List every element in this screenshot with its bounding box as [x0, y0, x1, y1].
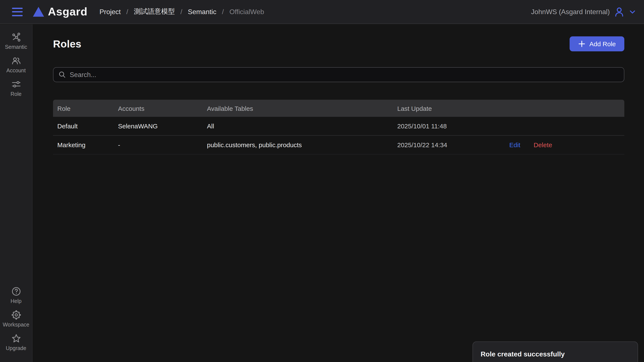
toast-message: Role created successfully: [481, 350, 638, 358]
sidebar-item-workspace[interactable]: Workspace: [0, 310, 32, 328]
sidebar-item-role[interactable]: Role: [0, 79, 32, 97]
table-header-row: Role Accounts Available Tables Last Upda…: [53, 100, 624, 117]
top-bar: Asgard Project / 測試語意模型 / Semantic / Off…: [0, 0, 644, 24]
add-role-button[interactable]: Add Role: [570, 36, 624, 51]
sidebar-item-label: Role: [10, 91, 22, 97]
breadcrumb-separator: /: [222, 8, 224, 16]
app-logo[interactable]: Asgard: [33, 5, 88, 19]
hamburger-menu-icon[interactable]: [12, 8, 23, 16]
table-row[interactable]: Default SelenaWANG All 2025/10/01 11:48: [53, 117, 624, 136]
sidebar-item-label: Help: [10, 298, 22, 304]
semantic-graph-icon: [11, 32, 21, 42]
edit-role-link[interactable]: Edit: [509, 141, 520, 149]
user-name-label: JohnWS (Asgard Internal): [531, 8, 610, 16]
chevron-down-icon[interactable]: [628, 8, 636, 16]
search-input[interactable]: [70, 71, 619, 79]
search-box[interactable]: [53, 67, 624, 82]
sidebar-item-label: Upgrade: [6, 345, 26, 351]
column-header-last-update: Last Update: [397, 105, 509, 112]
breadcrumb: Project / 測試語意模型 / Semantic / OfficialWe…: [100, 7, 264, 16]
cell-role: Default: [53, 122, 118, 130]
app-name: Asgard: [48, 5, 88, 19]
main-content: Roles Add Role Role Accounts Available T…: [33, 24, 644, 362]
column-header-accounts: Accounts: [118, 105, 207, 112]
column-header-role: Role: [53, 105, 118, 112]
breadcrumb-current-page: OfficialWeb: [230, 8, 264, 16]
sidebar-item-label: Workspace: [3, 322, 30, 328]
breadcrumb-semantic[interactable]: Semantic: [188, 8, 216, 16]
logo-triangle-icon: [33, 7, 44, 17]
cell-last-update: 2025/10/22 14:34: [397, 141, 509, 149]
page-title: Roles: [53, 38, 82, 50]
add-role-button-label: Add Role: [590, 40, 616, 48]
delete-role-link[interactable]: Delete: [534, 141, 552, 149]
breadcrumb-model[interactable]: 測試語意模型: [134, 7, 175, 16]
sidebar-item-upgrade[interactable]: Upgrade: [0, 333, 32, 351]
breadcrumb-project[interactable]: Project: [100, 8, 121, 16]
sidebar-item-help[interactable]: Help: [0, 286, 32, 304]
cell-last-update: 2025/10/01 11:48: [397, 122, 509, 130]
app-root: Asgard Project / 測試語意模型 / Semantic / Off…: [0, 0, 644, 362]
plus-icon: [578, 40, 586, 48]
sidebar-item-label: Semantic: [5, 44, 27, 50]
sidebar-item-semantic[interactable]: Semantic: [0, 32, 32, 50]
role-sliders-icon: [11, 79, 21, 89]
toast-notification: Role created successfully: [472, 341, 638, 362]
cell-role: Marketing: [53, 141, 118, 149]
user-avatar-icon: [614, 6, 625, 17]
column-header-available-tables: Available Tables: [207, 105, 397, 112]
account-users-icon: [11, 56, 21, 66]
cell-available-tables: public.customers, public.products: [207, 141, 397, 149]
cell-accounts: SelenaWANG: [118, 122, 207, 130]
sidebar: Semantic Account Role: [0, 24, 32, 362]
breadcrumb-separator: /: [180, 8, 182, 16]
upgrade-star-icon: [11, 333, 21, 343]
cell-available-tables: All: [207, 122, 397, 130]
sidebar-item-label: Account: [6, 68, 26, 74]
help-circle-icon: [11, 286, 21, 296]
cell-accounts: -: [118, 141, 207, 149]
breadcrumb-separator: /: [126, 8, 128, 16]
sidebar-item-account[interactable]: Account: [0, 56, 32, 74]
table-row[interactable]: Marketing - public.customers, public.pro…: [53, 136, 624, 154]
search-icon: [58, 71, 66, 78]
user-menu[interactable]: JohnWS (Asgard Internal): [531, 6, 636, 17]
workspace-gear-icon: [11, 310, 21, 320]
roles-table: Role Accounts Available Tables Last Upda…: [53, 100, 624, 154]
